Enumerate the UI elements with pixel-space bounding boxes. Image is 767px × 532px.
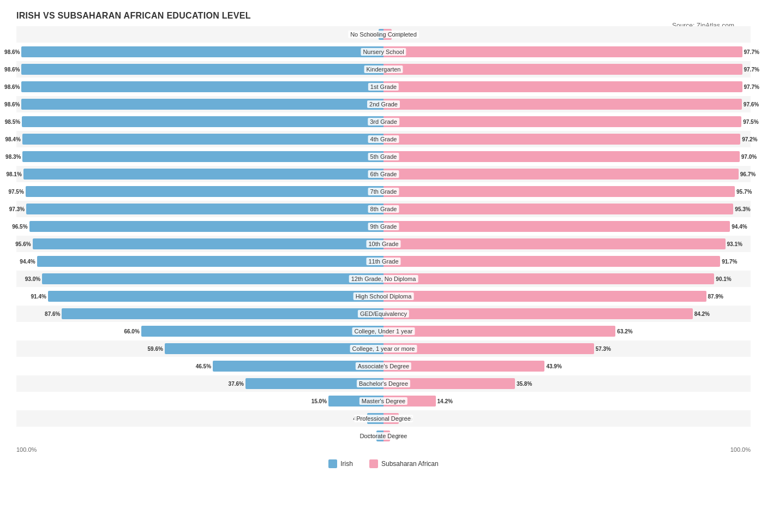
axis-right: 100.0% — [730, 446, 751, 453]
left-value: 98.6% — [4, 49, 20, 55]
right-bar: 91.7% — [384, 256, 720, 267]
table-row: 59.6% College, 1 year or more 57.3% — [16, 340, 751, 357]
right-value: 93.1% — [727, 241, 742, 247]
right-bar: 97.5% — [384, 116, 741, 127]
table-row: 94.4% 11th Grade 91.7% — [16, 253, 751, 270]
row-label: No Schooling Completed — [348, 31, 419, 38]
legend-irish-box — [328, 459, 337, 468]
right-bar-container: 93.1% — [384, 236, 751, 252]
left-value: 87.6% — [45, 311, 60, 317]
right-value: 14.2% — [438, 398, 453, 404]
left-bar: 97.5% — [26, 186, 384, 197]
right-bar-container: 1.8% — [384, 428, 751, 444]
left-value: 97.3% — [9, 206, 25, 212]
right-value: 95.7% — [736, 189, 752, 195]
left-bar: 98.6% — [21, 99, 384, 110]
table-row: 95.6% 10th Grade 93.1% — [16, 236, 751, 252]
right-bar: 95.7% — [384, 186, 735, 197]
left-value: 46.5% — [196, 363, 211, 369]
left-bar: 98.5% — [22, 116, 384, 127]
row-label: 10th Grade — [366, 240, 400, 248]
right-bar: 96.7% — [384, 169, 739, 180]
left-bar-container: 98.6% — [16, 61, 384, 77]
table-row: 93.0% 12th Grade, No Diploma 90.1% — [16, 271, 751, 287]
row-label: Associate's Degree — [356, 362, 411, 370]
right-bar: 94.4% — [384, 221, 730, 232]
right-value: 84.2% — [694, 311, 710, 317]
row-label: Master's Degree — [359, 397, 408, 405]
right-value: 97.2% — [742, 136, 757, 142]
right-bar-container: 94.4% — [384, 218, 751, 235]
right-bar: 97.7% — [384, 46, 742, 57]
left-value: 66.0% — [124, 328, 139, 334]
row-label: 9th Grade — [368, 223, 399, 230]
left-value: 98.6% — [4, 84, 20, 90]
right-value: 87.9% — [708, 294, 723, 300]
right-bar-container: 2.3% — [384, 26, 751, 43]
table-row: 66.0% College, Under 1 year 63.2% — [16, 323, 751, 339]
right-value: 95.3% — [735, 206, 750, 212]
row-label: 7th Grade — [368, 188, 399, 195]
right-bar-container: 63.2% — [384, 323, 751, 339]
left-bar: 98.6% — [21, 46, 384, 57]
row-label: GED/Equivalency — [358, 310, 409, 318]
table-row: 87.6% GED/Equivalency 84.2% — [16, 306, 751, 322]
right-bar-container: 97.7% — [384, 79, 751, 95]
left-bar-container: 1.9% — [16, 428, 384, 444]
right-bar-container: 95.7% — [384, 183, 751, 200]
table-row: 98.6% Nursery School 97.7% — [16, 44, 751, 60]
chart-container: 1.4% No Schooling Completed 2.3% 98.6% N… — [16, 26, 751, 468]
right-bar-container: 57.3% — [384, 340, 751, 357]
legend-irish: Irish — [328, 459, 353, 468]
left-value: 98.3% — [5, 154, 21, 160]
left-bar: 91.4% — [48, 291, 384, 302]
right-bar: 63.2% — [384, 326, 615, 337]
left-value: 59.6% — [148, 346, 163, 352]
chart-title: IRISH VS SUBSAHARAN AFRICAN EDUCATION LE… — [16, 11, 751, 21]
left-bar-container: 4.4% — [16, 410, 384, 427]
row-label: 5th Grade — [368, 153, 399, 160]
right-bar: 97.2% — [384, 134, 740, 145]
table-row: 1.4% No Schooling Completed 2.3% — [16, 26, 751, 43]
row-label: 8th Grade — [368, 205, 399, 213]
left-bar-container: 98.4% — [16, 131, 384, 147]
table-row: 15.0% Master's Degree 14.2% — [16, 393, 751, 409]
table-row: 98.3% 5th Grade 97.0% — [16, 148, 751, 165]
row-label: 6th Grade — [368, 170, 399, 178]
right-bar-container: 97.7% — [384, 44, 751, 60]
right-bar-container: 91.7% — [384, 253, 751, 270]
row-label: 1st Grade — [368, 83, 399, 91]
right-bar: 93.1% — [384, 238, 726, 249]
table-row: 46.5% Associate's Degree 43.9% — [16, 358, 751, 374]
left-bar-container: 37.6% — [16, 375, 384, 392]
left-bar-container: 98.6% — [16, 44, 384, 60]
legend-subsaharan: Subsaharan African — [369, 459, 439, 468]
right-value: 97.6% — [744, 101, 759, 107]
legend: Irish Subsaharan African — [16, 459, 751, 468]
left-bar-container: 98.6% — [16, 79, 384, 95]
right-value: 97.7% — [744, 49, 759, 55]
left-bar-container: 97.3% — [16, 201, 384, 217]
row-label: Bachelor's Degree — [357, 380, 410, 387]
right-bar-container: 96.7% — [384, 166, 751, 182]
left-value: 98.1% — [6, 171, 21, 177]
row-label: College, 1 year or more — [350, 345, 417, 352]
left-value: 93.0% — [25, 276, 40, 282]
right-bar: 97.7% — [384, 81, 742, 92]
right-value: 91.7% — [722, 259, 737, 265]
left-value: 94.4% — [20, 259, 35, 265]
right-bar-container: 90.1% — [384, 271, 751, 287]
legend-subsaharan-label: Subsaharan African — [381, 460, 439, 468]
right-bar-container: 35.8% — [384, 375, 751, 392]
row-label: 12th Grade, No Diploma — [349, 275, 418, 283]
row-label: 4th Grade — [368, 135, 399, 143]
right-bar-container: 43.9% — [384, 358, 751, 374]
right-bar: 95.3% — [384, 204, 733, 214]
table-row: 37.6% Bachelor's Degree 35.8% — [16, 375, 751, 392]
table-row: 98.6% 2nd Grade 97.6% — [16, 96, 751, 112]
right-bar-container: 97.5% — [384, 113, 751, 130]
right-bar: 97.7% — [384, 64, 742, 75]
left-bar-container: 66.0% — [16, 323, 384, 339]
right-value: 96.7% — [740, 171, 756, 177]
row-label: High School Diploma — [353, 292, 414, 300]
